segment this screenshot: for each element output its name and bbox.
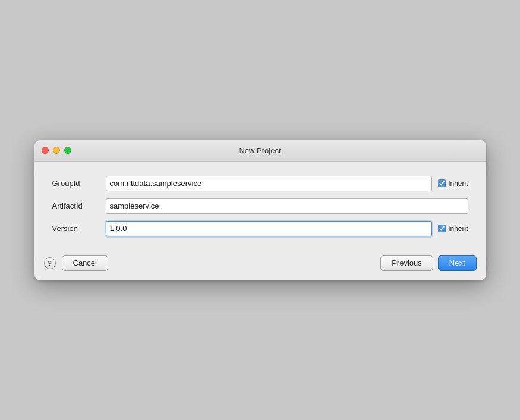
help-button[interactable]: ? (44, 257, 56, 269)
artifactid-input[interactable] (106, 198, 468, 214)
maximize-button[interactable] (64, 147, 71, 154)
version-inherit-checkbox[interactable] (438, 225, 446, 232)
next-button[interactable]: Next (438, 255, 477, 271)
version-input[interactable] (106, 221, 433, 236)
cancel-button[interactable]: Cancel (62, 255, 108, 271)
form-section: GroupId Inherit ArtifactId Version Inher… (52, 176, 468, 236)
titlebar: New Project (34, 140, 486, 162)
version-inherit-group: Inherit (438, 225, 468, 233)
dialog-footer: ? Cancel Previous Next (34, 248, 486, 280)
groupid-label: GroupId (52, 179, 100, 188)
close-button[interactable] (42, 147, 49, 154)
minimize-button[interactable] (53, 147, 60, 154)
version-label: Version (52, 224, 100, 233)
groupid-input[interactable] (106, 176, 433, 191)
artifactid-row: ArtifactId (52, 198, 468, 214)
groupid-inherit-group: Inherit (438, 179, 468, 188)
groupid-inherit-checkbox[interactable] (438, 179, 446, 187)
version-inherit-label: Inherit (448, 225, 468, 233)
dialog-content: GroupId Inherit ArtifactId Version Inher… (34, 162, 486, 248)
traffic-lights (42, 147, 71, 154)
groupid-row: GroupId Inherit (52, 176, 468, 191)
window-title: New Project (239, 146, 281, 155)
previous-button[interactable]: Previous (380, 255, 433, 271)
footer-right: Previous Next (380, 255, 476, 271)
artifactid-label: ArtifactId (52, 201, 100, 210)
version-row: Version Inherit (52, 221, 468, 236)
footer-left: ? Cancel (44, 255, 108, 271)
dialog-window: New Project GroupId Inherit ArtifactId V… (34, 140, 486, 280)
groupid-inherit-label: Inherit (448, 179, 468, 188)
